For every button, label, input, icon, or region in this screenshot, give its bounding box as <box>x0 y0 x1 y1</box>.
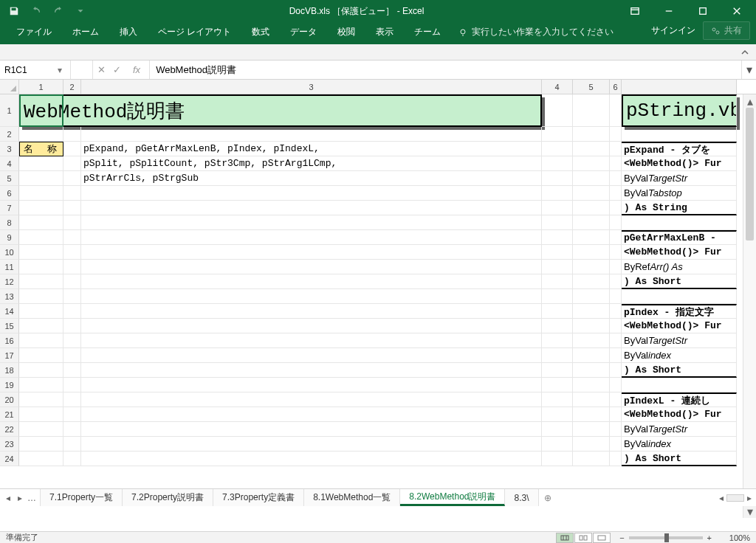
cell[interactable] <box>19 363 63 378</box>
cell[interactable]: ) As Short <box>622 363 737 378</box>
horizontal-scrollbar[interactable]: ◂ ▸ <box>715 489 756 506</box>
qat-customize-icon[interactable] <box>71 2 90 20</box>
cell[interactable] <box>63 422 81 437</box>
row-header[interactable]: 10 <box>0 245 19 260</box>
cell[interactable] <box>542 392 573 407</box>
cell[interactable]: ) As Short <box>622 274 737 289</box>
row-header[interactable]: 16 <box>0 333 19 348</box>
cell[interactable] <box>573 378 610 392</box>
signin-link[interactable]: サインイン <box>651 24 695 37</box>
cell[interactable] <box>19 230 63 245</box>
cell[interactable] <box>19 319 63 333</box>
cell[interactable] <box>573 230 610 245</box>
cell[interactable] <box>622 289 737 304</box>
row-header[interactable]: 12 <box>0 274 19 289</box>
enter-icon[interactable]: ✓ <box>113 64 121 75</box>
cell[interactable] <box>19 127 63 142</box>
formula-input[interactable] <box>150 60 741 79</box>
cell[interactable]: pSplit, pSplitCount, pStr3Cmp, pStrArg1L… <box>81 156 542 171</box>
cell[interactable] <box>81 333 542 348</box>
cell[interactable] <box>63 452 81 466</box>
cell[interactable] <box>542 407 573 422</box>
cell[interactable]: ByRef Arr() As <box>622 260 737 274</box>
cell[interactable] <box>542 171 573 186</box>
column-header[interactable]: 3 <box>81 80 542 94</box>
cell[interactable] <box>542 274 573 289</box>
cell[interactable] <box>573 127 610 142</box>
tab-formulas[interactable]: 数式 <box>241 21 280 44</box>
cell[interactable] <box>573 422 610 437</box>
cell[interactable] <box>63 289 81 304</box>
cell[interactable]: 名 称 <box>19 142 63 156</box>
cell[interactable] <box>542 260 573 274</box>
add-sheet-icon[interactable]: ⊕ <box>539 489 557 506</box>
cell[interactable] <box>81 245 542 260</box>
cell[interactable] <box>19 245 63 260</box>
cell[interactable]: pExpand, pGetArrMaxLenB, pIndex, pIndexL… <box>81 142 542 156</box>
cell[interactable] <box>81 186 542 201</box>
row-header[interactable]: 6 <box>0 186 19 201</box>
cell[interactable] <box>573 333 610 348</box>
column-header[interactable]: 6 <box>610 80 622 94</box>
cell[interactable] <box>542 142 573 156</box>
cell[interactable] <box>81 319 542 333</box>
cell[interactable] <box>573 437 610 452</box>
page-layout-view-icon[interactable] <box>574 533 592 543</box>
cell[interactable] <box>542 319 573 333</box>
undo-icon[interactable] <box>27 2 46 20</box>
tab-insert[interactable]: 挿入 <box>109 21 148 44</box>
cell[interactable] <box>610 260 622 274</box>
cell[interactable] <box>81 422 542 437</box>
cell[interactable] <box>610 437 622 452</box>
maximize-button[interactable] <box>687 1 719 21</box>
cell[interactable] <box>573 452 610 466</box>
cell[interactable] <box>610 186 622 201</box>
cell[interactable] <box>610 142 622 156</box>
row-header[interactable]: 21 <box>0 407 19 422</box>
cell[interactable] <box>19 437 63 452</box>
cell[interactable] <box>63 142 81 156</box>
column-header[interactable] <box>622 80 737 94</box>
cell[interactable] <box>542 201 573 215</box>
cell[interactable] <box>573 348 610 363</box>
cell[interactable] <box>610 378 622 392</box>
row-header[interactable]: 1 <box>0 94 19 127</box>
vertical-scrollbar[interactable]: ▴ ▾ <box>743 94 756 518</box>
cell[interactable] <box>573 319 610 333</box>
cell[interactable] <box>542 186 573 201</box>
cell[interactable] <box>63 260 81 274</box>
cell[interactable]: <WebMethod()> Fur <box>622 407 737 422</box>
scrollbar-thumb[interactable] <box>746 108 754 241</box>
cell[interactable] <box>63 363 81 378</box>
cell[interactable] <box>63 319 81 333</box>
cell[interactable] <box>81 392 542 407</box>
sheet-tab[interactable]: 8.1WebMethod一覧 <box>304 489 400 506</box>
row-header[interactable]: 15 <box>0 319 19 333</box>
cell[interactable] <box>63 230 81 245</box>
cell[interactable] <box>610 156 622 171</box>
cell[interactable] <box>81 260 542 274</box>
cell[interactable] <box>19 422 63 437</box>
sheet-tab[interactable]: 7.1Property一覧 <box>41 489 123 506</box>
next-sheet-icon[interactable]: ▸ <box>15 493 25 503</box>
cell[interactable] <box>63 392 81 407</box>
cell[interactable] <box>542 452 573 466</box>
cell[interactable] <box>19 274 63 289</box>
cell[interactable] <box>19 289 63 304</box>
cell[interactable] <box>63 245 81 260</box>
tab-pagelayout[interactable]: ページ レイアウト <box>148 21 241 44</box>
cell[interactable]: ) As Short <box>622 452 737 466</box>
ribbon-display-options-icon[interactable] <box>619 1 651 21</box>
scroll-left-icon[interactable]: ◂ <box>719 493 724 503</box>
column-header[interactable]: 5 <box>573 80 610 94</box>
cell[interactable] <box>622 378 737 392</box>
scroll-down-icon[interactable]: ▾ <box>743 505 756 518</box>
tab-view[interactable]: 表示 <box>365 21 404 44</box>
cell[interactable] <box>19 304 63 319</box>
cell[interactable] <box>610 94 622 127</box>
row-header[interactable]: 22 <box>0 422 19 437</box>
cell[interactable] <box>542 215 573 230</box>
cell[interactable] <box>542 363 573 378</box>
cell[interactable] <box>610 392 622 407</box>
cell[interactable]: ) As String <box>622 201 737 215</box>
